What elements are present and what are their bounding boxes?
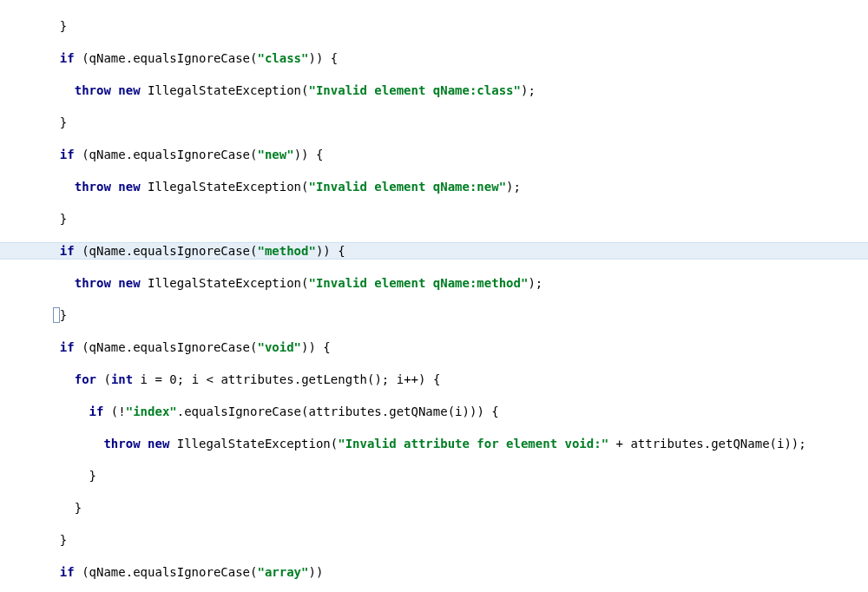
code-line: } — [0, 18, 868, 35]
code-line: throw new IllegalStateException("Invalid… — [0, 275, 868, 292]
code-line: throw new IllegalStateException("Invalid… — [0, 179, 868, 195]
code-line: } — [0, 307, 868, 324]
code-line: } — [0, 500, 868, 516]
code-line: if (qName.equalsIgnoreCase("array")) — [0, 564, 868, 581]
code-line-highlighted: if (qName.equalsIgnoreCase("method")) { — [0, 243, 868, 260]
code-viewer[interactable]: } if (qName.equalsIgnoreCase("class")) {… — [0, 0, 868, 592]
code-line: } — [0, 211, 868, 227]
code-line: throw new IllegalStateException("Invalid… — [0, 82, 868, 99]
code-line: } — [0, 115, 868, 131]
code-line: throw new IllegalStateException("Invalid… — [0, 436, 868, 452]
code-line: if (qName.equalsIgnoreCase("class")) { — [0, 50, 868, 67]
code-line: if (qName.equalsIgnoreCase("new")) { — [0, 147, 868, 163]
code-line: } — [0, 468, 868, 484]
code-line: if (qName.equalsIgnoreCase("void")) { — [0, 339, 868, 356]
code-line: if (!"index".equalsIgnoreCase(attributes… — [0, 404, 868, 420]
text-caret — [53, 307, 60, 324]
code-line: for (int i = 0; i < attributes.getLength… — [0, 372, 868, 388]
code-line: } — [0, 532, 868, 549]
